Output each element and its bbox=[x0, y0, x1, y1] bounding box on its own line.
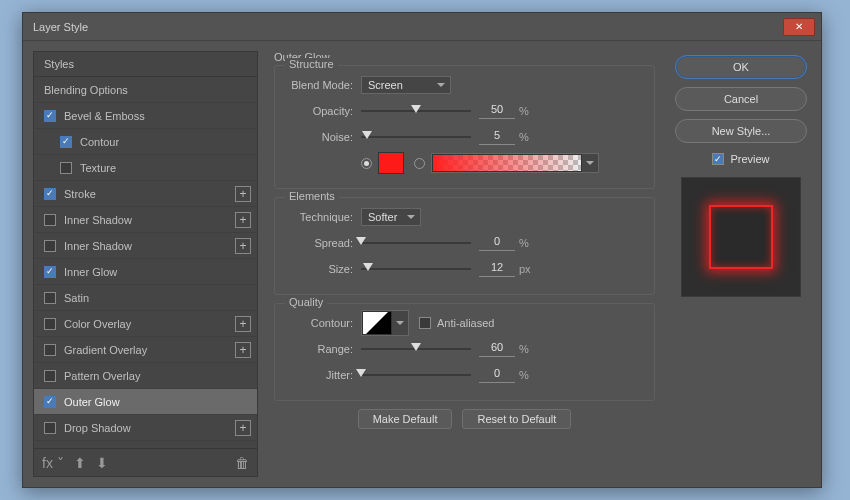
style-label: Blending Options bbox=[44, 84, 128, 96]
style-checkbox[interactable] bbox=[44, 110, 56, 122]
new-style-button[interactable]: New Style... bbox=[675, 119, 807, 143]
style-checkbox[interactable] bbox=[60, 162, 72, 174]
antialiased-checkbox[interactable] bbox=[419, 317, 431, 329]
spread-label: Spread: bbox=[285, 237, 353, 249]
range-value[interactable]: 60 bbox=[479, 341, 515, 357]
style-checkbox[interactable] bbox=[44, 188, 56, 200]
style-row-blending-options[interactable]: Blending Options bbox=[34, 77, 257, 103]
noise-slider[interactable] bbox=[361, 130, 471, 144]
noise-unit: % bbox=[519, 131, 535, 143]
technique-label: Technique: bbox=[285, 211, 353, 223]
cancel-button[interactable]: Cancel bbox=[675, 87, 807, 111]
spread-slider[interactable] bbox=[361, 236, 471, 250]
style-row-color-overlay[interactable]: Color Overlay+ bbox=[34, 311, 257, 337]
style-row-inner-shadow[interactable]: Inner Shadow+ bbox=[34, 207, 257, 233]
styles-header: Styles bbox=[34, 52, 257, 77]
style-label: Contour bbox=[80, 136, 119, 148]
style-checkbox[interactable] bbox=[44, 240, 56, 252]
close-button[interactable]: ✕ bbox=[783, 18, 815, 36]
add-effect-icon[interactable]: + bbox=[235, 186, 251, 202]
titlebar[interactable]: Layer Style ✕ bbox=[23, 13, 821, 41]
style-checkbox[interactable] bbox=[44, 318, 56, 330]
style-label: Inner Shadow bbox=[64, 240, 132, 252]
reset-default-button[interactable]: Reset to Default bbox=[462, 409, 571, 429]
add-effect-icon[interactable]: + bbox=[235, 212, 251, 228]
quality-group: Quality Contour: Anti-aliased Range: 60 … bbox=[274, 303, 655, 401]
move-down-icon[interactable]: ⬇ bbox=[96, 455, 108, 471]
opacity-label: Opacity: bbox=[285, 105, 353, 117]
add-effect-icon[interactable]: + bbox=[235, 420, 251, 436]
blend-mode-dropdown[interactable]: Screen bbox=[361, 76, 451, 94]
style-row-satin[interactable]: Satin bbox=[34, 285, 257, 311]
quality-legend: Quality bbox=[285, 296, 327, 308]
style-checkbox[interactable] bbox=[44, 292, 56, 304]
style-label: Color Overlay bbox=[64, 318, 131, 330]
style-checkbox[interactable] bbox=[44, 344, 56, 356]
style-checkbox[interactable] bbox=[44, 422, 56, 434]
add-effect-icon[interactable]: + bbox=[235, 238, 251, 254]
ok-button[interactable]: OK bbox=[675, 55, 807, 79]
jitter-label: Jitter: bbox=[285, 369, 353, 381]
preview-label: Preview bbox=[730, 153, 769, 165]
style-row-pattern-overlay[interactable]: Pattern Overlay bbox=[34, 363, 257, 389]
style-row-inner-glow[interactable]: Inner Glow bbox=[34, 259, 257, 285]
dialog-title: Layer Style bbox=[33, 21, 783, 33]
structure-group: Structure Blend Mode: Screen Opacity: 50… bbox=[274, 65, 655, 189]
size-slider[interactable] bbox=[361, 262, 471, 276]
noise-label: Noise: bbox=[285, 131, 353, 143]
blend-mode-label: Blend Mode: bbox=[285, 79, 353, 91]
trash-icon[interactable]: 🗑 bbox=[235, 455, 249, 471]
right-panel: OK Cancel New Style... ✓ Preview bbox=[671, 51, 811, 477]
style-row-drop-shadow[interactable]: Drop Shadow+ bbox=[34, 415, 257, 441]
jitter-value[interactable]: 0 bbox=[479, 367, 515, 383]
add-effect-icon[interactable]: + bbox=[235, 316, 251, 332]
styles-footer: fx ˅ ⬆ ⬇ 🗑 bbox=[34, 448, 257, 476]
jitter-slider[interactable] bbox=[361, 368, 471, 382]
style-checkbox[interactable] bbox=[44, 214, 56, 226]
elements-legend: Elements bbox=[285, 190, 339, 202]
style-label: Bevel & Emboss bbox=[64, 110, 145, 122]
gradient-swatch[interactable] bbox=[431, 153, 599, 173]
move-up-icon[interactable]: ⬆ bbox=[74, 455, 86, 471]
contour-label: Contour: bbox=[285, 317, 353, 329]
settings-panel: Outer Glow Structure Blend Mode: Screen … bbox=[268, 51, 661, 477]
style-row-contour[interactable]: Contour bbox=[34, 129, 257, 155]
style-label: Satin bbox=[64, 292, 89, 304]
size-value[interactable]: 12 bbox=[479, 261, 515, 277]
color-swatch[interactable] bbox=[378, 152, 404, 174]
style-row-inner-shadow[interactable]: Inner Shadow+ bbox=[34, 233, 257, 259]
antialiased-label: Anti-aliased bbox=[437, 317, 494, 329]
fx-icon[interactable]: fx ˅ bbox=[42, 455, 64, 471]
styles-panel: Styles Blending OptionsBevel & EmbossCon… bbox=[33, 51, 258, 477]
range-slider[interactable] bbox=[361, 342, 471, 356]
style-checkbox[interactable] bbox=[44, 396, 56, 408]
noise-value[interactable]: 5 bbox=[479, 129, 515, 145]
style-checkbox[interactable] bbox=[60, 136, 72, 148]
structure-legend: Structure bbox=[285, 58, 338, 70]
size-label: Size: bbox=[285, 263, 353, 275]
make-default-button[interactable]: Make Default bbox=[358, 409, 453, 429]
style-row-bevel-emboss[interactable]: Bevel & Emboss bbox=[34, 103, 257, 129]
style-checkbox[interactable] bbox=[44, 370, 56, 382]
preview-checkbox[interactable]: ✓ bbox=[712, 153, 724, 165]
contour-picker[interactable] bbox=[361, 310, 409, 336]
size-unit: px bbox=[519, 263, 535, 275]
style-row-texture[interactable]: Texture bbox=[34, 155, 257, 181]
add-effect-icon[interactable]: + bbox=[235, 342, 251, 358]
color-radio[interactable] bbox=[361, 158, 372, 169]
spread-value[interactable]: 0 bbox=[479, 235, 515, 251]
style-label: Gradient Overlay bbox=[64, 344, 147, 356]
style-label: Pattern Overlay bbox=[64, 370, 140, 382]
opacity-value[interactable]: 50 bbox=[479, 103, 515, 119]
style-checkbox[interactable] bbox=[44, 266, 56, 278]
elements-group: Elements Technique: Softer Spread: 0 % S… bbox=[274, 197, 655, 295]
range-label: Range: bbox=[285, 343, 353, 355]
style-label: Stroke bbox=[64, 188, 96, 200]
gradient-radio[interactable] bbox=[414, 158, 425, 169]
preview-swatch bbox=[709, 205, 773, 269]
style-row-stroke[interactable]: Stroke+ bbox=[34, 181, 257, 207]
technique-dropdown[interactable]: Softer bbox=[361, 208, 421, 226]
opacity-slider[interactable] bbox=[361, 104, 471, 118]
style-row-outer-glow[interactable]: Outer Glow bbox=[34, 389, 257, 415]
style-row-gradient-overlay[interactable]: Gradient Overlay+ bbox=[34, 337, 257, 363]
